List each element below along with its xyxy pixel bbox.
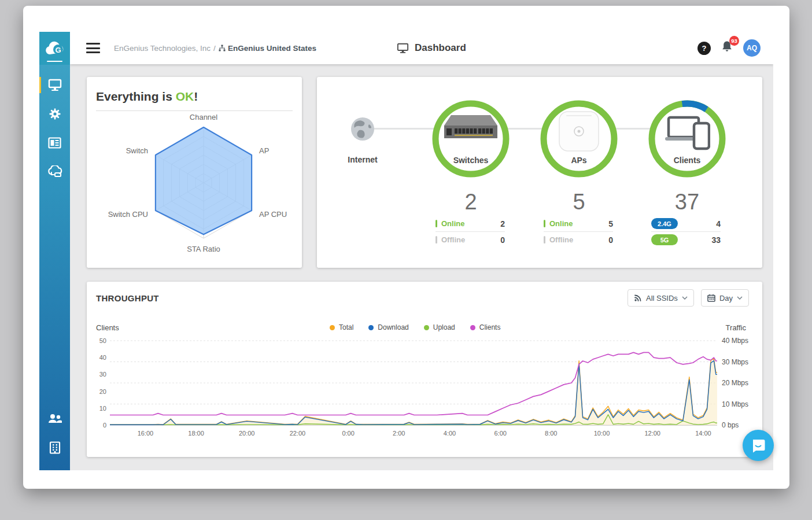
clients-count: 37 [648, 190, 726, 215]
help-button[interactable]: ? [697, 42, 711, 55]
svg-text:STA Ratio: STA Ratio [187, 245, 220, 253]
clients-band-rows: 2.4G 4 5G 33 [651, 216, 721, 248]
notification-badge: 93 [729, 36, 739, 46]
svg-text:G: G [55, 45, 61, 54]
settings-gear-icon [48, 107, 62, 121]
team-users-icon [47, 413, 62, 425]
page-title-block: Dashboard [397, 32, 466, 64]
topology-diagram: Internet [317, 77, 762, 180]
aps-offline-row: Offline 0 [544, 232, 613, 248]
news-feed-icon [48, 137, 61, 149]
internet-node [350, 116, 375, 142]
sidebar-item-dashboard[interactable] [39, 71, 70, 99]
breadcrumb-org[interactable]: EnGenius Technologies, Inc [114, 44, 211, 53]
notifications-button[interactable]: 93 [720, 40, 734, 56]
svg-text:20 Mbps: 20 Mbps [722, 379, 748, 387]
svg-text:0:00: 0:00 [342, 430, 354, 437]
organization-building-icon [49, 441, 61, 454]
clients-24g-row: 2.4G 4 [651, 216, 721, 231]
user-avatar[interactable]: AQ [743, 39, 761, 57]
access-point-icon [540, 108, 618, 154]
left-axis-title: Clients [96, 323, 119, 332]
app-window: G [23, 6, 789, 489]
legend-dot [368, 325, 374, 330]
svg-text:8:00: 8:00 [545, 430, 557, 437]
sidebar-item-team[interactable] [39, 404, 70, 433]
svg-text:14:00: 14:00 [695, 430, 711, 437]
ssid-filter-dropdown[interactable]: All SSIDs [628, 289, 694, 307]
svg-text:0 bps: 0 bps [722, 421, 739, 429]
dashboard-content: Everything is OK! ChannelAPAP CPUSTA Rat… [70, 64, 773, 470]
breadcrumb: EnGenius Technologies, Inc / EnGenius Un… [114, 44, 316, 53]
chat-bubble-icon [750, 437, 767, 454]
throughput-title: THROUGHPUT [96, 293, 159, 303]
sidebar-item-cloud-backup[interactable] [39, 157, 70, 186]
switches-label: Switches [432, 156, 510, 165]
topology-connector-line [363, 128, 687, 130]
throughput-filters: All SSIDs Day [628, 289, 749, 307]
switch-device-icon [432, 113, 510, 142]
internet-label: Internet [334, 155, 392, 164]
svg-text:30 Mbps: 30 Mbps [722, 358, 748, 366]
online-indicator-bar [435, 220, 437, 227]
switches-online-row: Online 2 [435, 216, 505, 231]
svg-text:Channel: Channel [190, 113, 218, 121]
throughput-line-chart: 010203040500 bps10 Mbps20 Mbps30 Mbps40 … [87, 335, 762, 442]
offline-indicator-bar [435, 236, 437, 244]
menu-toggle[interactable] [86, 43, 100, 53]
breadcrumb-site[interactable]: EnGenius United States [219, 44, 316, 53]
legend-clients[interactable]: Clients [470, 323, 501, 331]
engenius-cloud-app: G [39, 32, 773, 470]
clients-label: Clients [648, 156, 726, 165]
svg-text:Switch CPU: Switch CPU [108, 210, 148, 219]
sidebar-item-organization[interactable] [39, 433, 70, 462]
engenius-cloud-logo[interactable]: G [39, 32, 70, 65]
aps-online-row: Online 5 [544, 216, 613, 231]
health-title: Everything is OK! [96, 86, 293, 104]
svg-text:18:00: 18:00 [188, 430, 204, 437]
dashboard-monitor-icon [48, 79, 62, 91]
health-card: Everything is OK! ChannelAPAP CPUSTA Rat… [87, 77, 302, 268]
switches-offline-row: Offline 0 [435, 232, 505, 248]
svg-text:22:00: 22:00 [290, 430, 306, 437]
switches-node[interactable]: Switches [432, 100, 510, 178]
throughput-chart-area: 010203040500 bps10 Mbps20 Mbps30 Mbps40 … [87, 335, 762, 445]
rss-ssid-icon [634, 294, 642, 302]
aps-status-rows: Online 5 Offline 0 [544, 216, 613, 248]
legend-dot [424, 325, 429, 330]
cloud-backup-icon [47, 165, 62, 178]
online-indicator-bar [544, 220, 545, 227]
clients-5g-row: 5G 33 [651, 232, 721, 248]
support-chat-button[interactable] [743, 430, 774, 461]
offline-indicator-bar [544, 236, 545, 244]
top-header: EnGenius Technologies, Inc / EnGenius Un… [70, 32, 773, 64]
legend-upload[interactable]: Upload [424, 323, 455, 331]
calendar-icon [707, 294, 715, 302]
svg-text:0: 0 [103, 422, 106, 429]
legend-total[interactable]: Total [330, 323, 353, 331]
chart-legend: Total Download Upload Clients [330, 323, 500, 331]
svg-text:20: 20 [99, 388, 106, 395]
switches-count: 2 [432, 190, 510, 215]
sidebar-bottom-items [39, 404, 70, 470]
svg-text:10: 10 [99, 405, 106, 412]
sidebar-item-settings[interactable] [39, 99, 70, 128]
sidebar-item-news[interactable] [39, 128, 70, 157]
page-title: Dashboard [415, 42, 466, 54]
clients-node[interactable]: Clients [648, 100, 726, 178]
header-actions: ? 93 AQ [697, 39, 773, 57]
chevron-down-icon [737, 296, 743, 300]
switches-status-rows: Online 2 Offline 0 [435, 216, 505, 248]
aps-node[interactable]: APs [540, 100, 618, 178]
legend-download[interactable]: Download [368, 323, 408, 331]
time-range-dropdown[interactable]: Day [701, 289, 749, 307]
svg-text:10:00: 10:00 [594, 430, 610, 437]
legend-dot [330, 325, 335, 330]
svg-text:16:00: 16:00 [138, 430, 154, 437]
sidebar: G [39, 32, 70, 470]
svg-text:Switch: Switch [126, 146, 148, 155]
breadcrumb-separator: / [213, 44, 216, 53]
svg-text:AP: AP [259, 146, 269, 155]
band-5g-pill: 5G [651, 234, 678, 245]
svg-text:20:00: 20:00 [239, 430, 255, 437]
